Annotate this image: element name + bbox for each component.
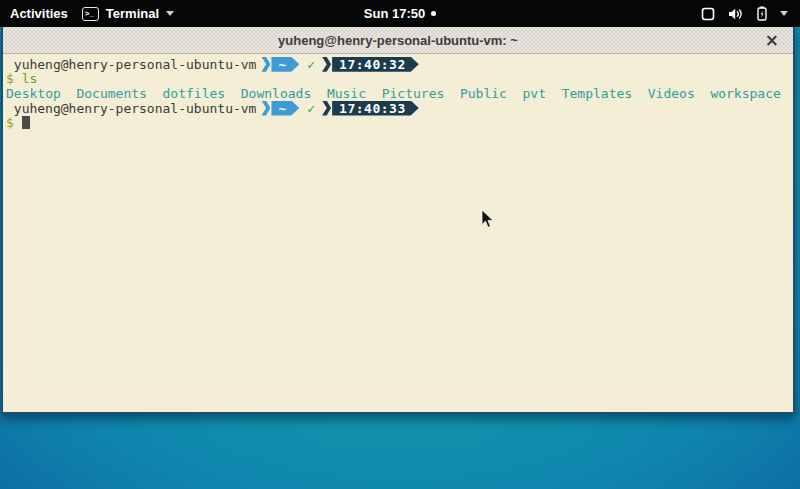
activities-button[interactable]: Activities [10,6,68,21]
gnome-top-bar: Activities >_ Terminal Sun 17:50 [0,0,800,27]
prompt-path-segment: ~ [271,57,299,72]
app-menu-terminal[interactable]: >_ Terminal [82,6,174,21]
terminal-app-icon: >_ [82,7,99,21]
ls-entry: Public [460,86,507,101]
ls-entry: Downloads [241,86,311,101]
chevron-down-icon [166,11,174,16]
status-check-icon: ✓ [307,101,315,116]
ls-entry: pvt [523,86,546,101]
prompt-user-host: yuheng@henry-personal-ubuntu-vm [6,57,256,72]
clock-button[interactable]: Sun 17:50 [364,6,436,21]
close-button[interactable]: × [765,32,779,49]
notification-dot-icon [431,11,436,16]
ls-entry: Pictures [382,86,445,101]
clock-label: Sun 17:50 [364,6,425,21]
ls-output-line: DesktopDocumentsdotfilesDownloadsMusicPi… [6,86,793,101]
command-line: $ ls [6,72,793,87]
ls-entry: dotfiles [163,86,226,101]
prompt-symbol: $ [6,115,14,130]
current-input-line: $ [6,115,793,130]
powerline-arrow-icon [322,57,331,72]
screen-icon [701,7,715,21]
window-titlebar[interactable]: yuheng@henry-personal-ubuntu-vm: ~ × [3,27,793,54]
ls-entry: Videos [648,86,695,101]
ls-entry: Documents [76,86,146,101]
terminal-content[interactable]: yuheng@henry-personal-ubuntu-vm ~ ✓ 17:4… [3,54,793,412]
volume-icon [728,7,744,21]
battery-charging-icon [757,6,767,21]
ls-entry: Templates [562,86,632,101]
prompt-time-segment: 17:40:32 [332,57,419,72]
terminal-window: yuheng@henry-personal-ubuntu-vm: ~ × yuh… [1,27,795,414]
terminal-cursor [22,116,30,129]
app-menu-label: Terminal [106,6,159,21]
window-title: yuheng@henry-personal-ubuntu-vm: ~ [278,33,518,48]
chevron-down-icon [780,11,788,16]
system-status-area[interactable] [701,6,800,21]
ls-entry: workspace [710,86,780,101]
powerline-arrow-icon [322,101,331,116]
powerline-arrow-icon [261,101,270,116]
prompt-path-segment: ~ [271,101,299,116]
typed-command: ls [22,71,38,86]
prompt-line-2: yuheng@henry-personal-ubuntu-vm ~ ✓ 17:4… [6,101,793,116]
ls-entry: Desktop [6,86,61,101]
prompt-symbol: $ [6,71,14,86]
powerline-arrow-icon [261,57,270,72]
ls-entry: Music [327,86,366,101]
desktop: Activities >_ Terminal Sun 17:50 [0,0,800,489]
prompt-time-segment: 17:40:33 [332,101,419,116]
prompt-line-1: yuheng@henry-personal-ubuntu-vm ~ ✓ 17:4… [6,57,793,72]
prompt-user-host: yuheng@henry-personal-ubuntu-vm [6,101,256,116]
status-check-icon: ✓ [307,57,315,72]
